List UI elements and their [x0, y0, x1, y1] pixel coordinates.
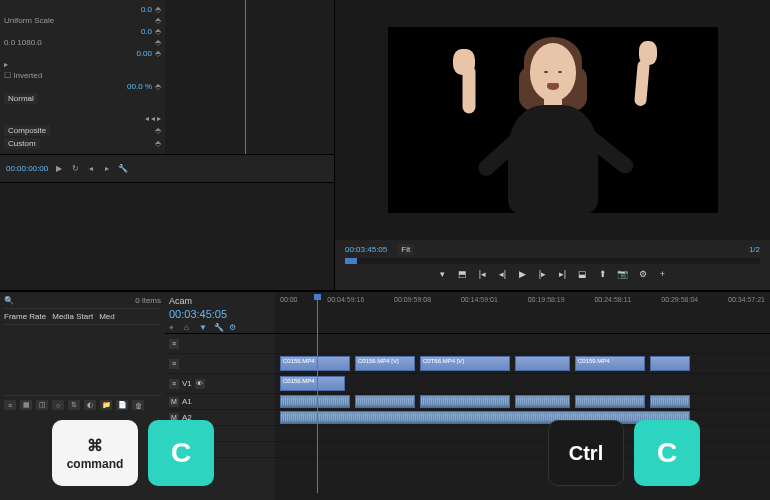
- preview-subject: [453, 35, 653, 213]
- video-clip[interactable]: [515, 356, 570, 371]
- icon-view-icon[interactable]: ▦: [20, 400, 32, 410]
- eye-icon[interactable]: 👁: [195, 379, 205, 389]
- step-fwd-icon[interactable]: ▸: [102, 164, 112, 174]
- step-fwd-icon[interactable]: ▸|: [557, 268, 569, 280]
- toggle-icon[interactable]: ≡: [169, 359, 179, 369]
- col-framerate[interactable]: Frame Rate: [4, 312, 46, 321]
- col-mediastart[interactable]: Media Start: [52, 312, 93, 321]
- track-v2[interactable]: C0156.MP4 C0156.MP4 [V] C0T66.MP4 [V] C0…: [275, 354, 770, 374]
- mark-in-icon[interactable]: ▾: [437, 268, 449, 280]
- effect-properties[interactable]: 0.0⬘ Uniform Scale⬘ 0.0⬘ 0.0 1080.0⬘ 0.0…: [0, 0, 165, 154]
- ec-playhead[interactable]: [245, 0, 246, 154]
- snap-icon[interactable]: ⌖: [169, 323, 180, 334]
- keyframe-icon[interactable]: ⬘: [155, 139, 161, 148]
- settings-icon[interactable]: ⚙: [637, 268, 649, 280]
- blend-mode-dropdown[interactable]: Normal: [4, 93, 38, 104]
- effect-controls-panel: 0.0⬘ Uniform Scale⬘ 0.0⬘ 0.0 1080.0⬘ 0.0…: [0, 0, 335, 290]
- plus-icon[interactable]: +: [657, 268, 669, 280]
- command-symbol-icon: ⌘: [87, 436, 103, 455]
- sort-icon[interactable]: ⇅: [68, 400, 80, 410]
- freeform-icon[interactable]: ◫: [36, 400, 48, 410]
- video-clip[interactable]: C0T66.MP4 [V]: [420, 356, 510, 371]
- track-v3[interactable]: [275, 334, 770, 354]
- keyframe-icon[interactable]: ⬘: [155, 82, 161, 91]
- resolution-label: 1/2: [749, 245, 760, 254]
- c-key: C: [148, 420, 214, 486]
- frame-fwd-icon[interactable]: |▸: [537, 268, 549, 280]
- timeline-timecode[interactable]: 00:03:45:05: [169, 308, 271, 320]
- keyframe-icon[interactable]: ⬘: [155, 5, 161, 14]
- keyframe-icon[interactable]: ⬘: [155, 27, 161, 36]
- project-search-icon[interactable]: 🔍: [4, 296, 14, 305]
- toggle-icon[interactable]: ≡: [169, 379, 179, 389]
- find-icon[interactable]: ◐: [84, 400, 96, 410]
- time-ruler[interactable]: 00:00 00:04:59:16 00:09:59:08 00:14:59:0…: [275, 292, 770, 333]
- col-med[interactable]: Med: [99, 312, 115, 321]
- program-timecode: 00:03:45:05: [345, 245, 387, 254]
- trash-icon[interactable]: 🗑: [132, 400, 144, 410]
- ctrl-key: Ctrl: [548, 420, 624, 486]
- step-back-icon[interactable]: |◂: [477, 268, 489, 280]
- list-view-icon[interactable]: ≡: [4, 400, 16, 410]
- mark-out-icon[interactable]: ⬓: [577, 268, 589, 280]
- effect-spacer: [0, 183, 334, 290]
- program-monitor[interactable]: [388, 27, 718, 213]
- new-item-icon[interactable]: 📄: [116, 400, 128, 410]
- effect-keyframe-area[interactable]: [165, 0, 334, 154]
- track-v1[interactable]: C0156.MP4: [275, 374, 770, 394]
- video-clip[interactable]: C0156.MP4: [280, 356, 350, 371]
- new-bin-icon[interactable]: 📁: [100, 400, 112, 410]
- export-frame-icon[interactable]: 📷: [617, 268, 629, 280]
- marker-icon[interactable]: ▼: [199, 323, 210, 334]
- source-transport: 00:00:00:00 ▶ ↻ ◂ ▸ 🔧: [0, 155, 334, 183]
- source-timecode: 00:00:00:00: [6, 164, 48, 173]
- insert-icon[interactable]: ⬒: [457, 268, 469, 280]
- keyframe-icon[interactable]: ⬘: [155, 49, 161, 58]
- command-key: ⌘ command: [52, 420, 138, 486]
- play-icon[interactable]: ▶: [517, 268, 529, 280]
- play-icon[interactable]: ▶: [54, 164, 64, 174]
- linked-sel-icon[interactable]: ⌂: [184, 323, 195, 334]
- video-clip[interactable]: [650, 356, 690, 371]
- wrench-icon[interactable]: ⚙: [229, 323, 240, 334]
- settings-icon[interactable]: 🔧: [214, 323, 225, 334]
- program-monitor-panel: 00:03:45:05 Fit 1/2 ▾ ⬒ |◂ ◂| ▶ |▸ ▸| ⬓ …: [335, 0, 770, 290]
- loop-icon[interactable]: ↻: [70, 164, 80, 174]
- frame-back-icon[interactable]: ◂|: [497, 268, 509, 280]
- keyframe-icon[interactable]: ⬘: [155, 16, 161, 25]
- keyframe-icon[interactable]: ⬘: [155, 38, 161, 47]
- video-clip[interactable]: C0156.MP4: [280, 376, 345, 391]
- step-back-icon[interactable]: ◂: [86, 164, 96, 174]
- audio-clip[interactable]: [420, 395, 510, 408]
- audio-clip[interactable]: [650, 395, 690, 408]
- composite-dropdown[interactable]: Composite: [4, 125, 50, 136]
- items-count: 0 items: [135, 296, 161, 305]
- toggle-icon[interactable]: ≡: [169, 339, 179, 349]
- keyframe-icon[interactable]: ⬘: [155, 126, 161, 135]
- track-header-v1[interactable]: ≡V1👁: [165, 374, 275, 394]
- track-header-v3[interactable]: ≡: [165, 334, 275, 354]
- program-scrubber[interactable]: [345, 258, 760, 264]
- zoom-fit-dropdown[interactable]: Fit: [397, 244, 414, 255]
- video-clip[interactable]: C0159.MP4: [575, 356, 645, 371]
- audio-clip[interactable]: [575, 395, 645, 408]
- lift-icon[interactable]: ⬆: [597, 268, 609, 280]
- wrench-icon[interactable]: 🔧: [118, 164, 128, 174]
- audio-clip[interactable]: [515, 395, 570, 408]
- custom-dropdown[interactable]: Custom: [4, 138, 40, 149]
- track-a1[interactable]: [275, 394, 770, 410]
- mute-icon[interactable]: M: [169, 397, 179, 407]
- video-clip[interactable]: C0156.MP4 [V]: [355, 356, 415, 371]
- track-header-a1[interactable]: MA1: [165, 394, 275, 410]
- sequence-name[interactable]: Acam: [169, 296, 271, 306]
- zoom-slider[interactable]: ○: [52, 400, 64, 410]
- c-key: C: [634, 420, 700, 486]
- shortcut-win: Ctrl C: [548, 420, 700, 486]
- timeline-playhead[interactable]: [317, 294, 318, 493]
- shortcut-mac: ⌘ command C: [52, 420, 214, 486]
- audio-clip[interactable]: [355, 395, 415, 408]
- audio-clip[interactable]: [280, 395, 350, 408]
- track-header-v2[interactable]: ≡: [165, 354, 275, 374]
